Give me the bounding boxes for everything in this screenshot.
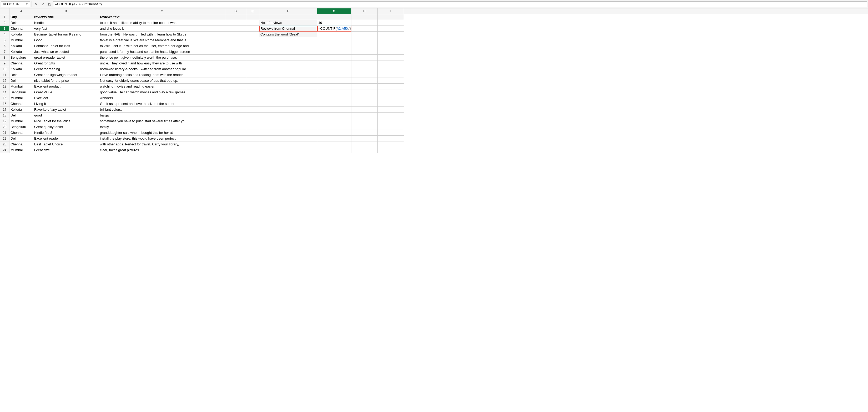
cell-F1[interactable] bbox=[259, 14, 317, 20]
name-box[interactable]: VLOOKUP ▼ bbox=[1, 1, 30, 7]
cell-B7[interactable]: Just what we expected bbox=[33, 49, 99, 55]
cell-G12[interactable] bbox=[317, 78, 351, 84]
cell-A7[interactable]: Kolkata bbox=[9, 49, 33, 55]
row-number[interactable]: 16 bbox=[0, 101, 9, 107]
cell-H10[interactable] bbox=[351, 66, 378, 72]
cell-C7[interactable]: purchased it for my husband so that he h… bbox=[99, 49, 225, 55]
cell-E7[interactable] bbox=[246, 49, 259, 55]
cancel-button[interactable]: ✕ bbox=[33, 1, 39, 7]
cell-C4[interactable]: from the NABI. He was thrilled with it, … bbox=[99, 32, 225, 37]
cell-F23[interactable] bbox=[259, 141, 317, 147]
row-number[interactable]: 1 bbox=[0, 14, 9, 20]
cell-F19[interactable] bbox=[259, 118, 317, 124]
cell-F12[interactable] bbox=[259, 78, 317, 84]
cell-C8[interactable]: the price point given, definitely worth … bbox=[99, 55, 225, 61]
cell-F7[interactable] bbox=[259, 49, 317, 55]
row-number[interactable]: 22 bbox=[0, 136, 9, 141]
formula-input[interactable] bbox=[53, 1, 867, 7]
cell-I20[interactable] bbox=[378, 124, 404, 130]
cell-B18[interactable]: good bbox=[33, 113, 99, 118]
cell-B15[interactable]: Excellect bbox=[33, 95, 99, 101]
cell-A12[interactable]: Delhi bbox=[9, 78, 33, 84]
cell-B4[interactable]: Beginner tablet for our 9 year c bbox=[33, 32, 99, 37]
col-header-h[interactable]: H bbox=[351, 8, 378, 14]
cell-B16[interactable]: Living It bbox=[33, 101, 99, 107]
cell-G14[interactable] bbox=[317, 89, 351, 95]
cell-A18[interactable]: Delhi bbox=[9, 113, 33, 118]
cell-A14[interactable]: Bengaluru bbox=[9, 89, 33, 95]
cell-I1[interactable] bbox=[378, 14, 404, 20]
cell-C20[interactable]: family bbox=[99, 124, 225, 130]
cell-I15[interactable] bbox=[378, 95, 404, 101]
cell-D13[interactable] bbox=[225, 84, 246, 89]
cell-E22[interactable] bbox=[246, 136, 259, 141]
cell-I8[interactable] bbox=[378, 55, 404, 61]
cell-I12[interactable] bbox=[378, 78, 404, 84]
cell-I14[interactable] bbox=[378, 89, 404, 95]
row-number[interactable]: 8 bbox=[0, 55, 9, 61]
cell-F4[interactable]: Contains the word 'Great' bbox=[259, 32, 317, 37]
cell-I24[interactable] bbox=[378, 147, 404, 153]
cell-D1[interactable] bbox=[225, 14, 246, 20]
row-number[interactable]: 2 bbox=[0, 20, 9, 26]
row-number[interactable]: 6 bbox=[0, 43, 9, 49]
cell-F10[interactable] bbox=[259, 66, 317, 72]
cell-F15[interactable] bbox=[259, 95, 317, 101]
cell-E20[interactable] bbox=[246, 124, 259, 130]
cell-E1[interactable] bbox=[246, 14, 259, 20]
cell-G18[interactable] bbox=[317, 113, 351, 118]
cell-E11[interactable] bbox=[246, 72, 259, 78]
cell-I16[interactable] bbox=[378, 101, 404, 107]
cell-C13[interactable]: watching movies and reading easier. bbox=[99, 84, 225, 89]
cell-C12[interactable]: Not easy for elderly users cease of ads … bbox=[99, 78, 225, 84]
cell-G1[interactable] bbox=[317, 14, 351, 20]
cell-H23[interactable] bbox=[351, 141, 378, 147]
cell-E13[interactable] bbox=[246, 84, 259, 89]
col-header-e[interactable]: E bbox=[246, 8, 259, 14]
cell-C23[interactable]: with other apps. Perfect for travel. Car… bbox=[99, 141, 225, 147]
cell-A1[interactable]: City bbox=[9, 14, 33, 20]
cell-I17[interactable] bbox=[378, 107, 404, 113]
cell-H1[interactable] bbox=[351, 14, 378, 20]
cell-F18[interactable] bbox=[259, 113, 317, 118]
cell-D11[interactable] bbox=[225, 72, 246, 78]
cell-E3[interactable] bbox=[246, 26, 259, 32]
cell-C14[interactable]: good value. He can watch movies and play… bbox=[99, 89, 225, 95]
cell-G3[interactable]: =COUNTIF(A2:A50,"Chennai") bbox=[317, 26, 351, 32]
row-number[interactable]: 19 bbox=[0, 118, 9, 124]
row-number[interactable]: 7 bbox=[0, 49, 9, 55]
row-number[interactable]: 4 bbox=[0, 32, 9, 37]
cell-H4[interactable] bbox=[351, 32, 378, 37]
cell-H11[interactable] bbox=[351, 72, 378, 78]
col-header-b[interactable]: B bbox=[33, 8, 99, 14]
cell-G24[interactable] bbox=[317, 147, 351, 153]
cell-E14[interactable] bbox=[246, 89, 259, 95]
cell-E8[interactable] bbox=[246, 55, 259, 61]
cell-A9[interactable]: Chennai bbox=[9, 61, 33, 66]
cell-I13[interactable] bbox=[378, 84, 404, 89]
row-number[interactable]: 21 bbox=[0, 130, 9, 136]
cell-H13[interactable] bbox=[351, 84, 378, 89]
cell-E15[interactable] bbox=[246, 95, 259, 101]
col-header-d[interactable]: D bbox=[225, 8, 246, 14]
cell-A20[interactable]: Bengaluru bbox=[9, 124, 33, 130]
cell-C15[interactable]: wonders bbox=[99, 95, 225, 101]
cell-A16[interactable]: Chennai bbox=[9, 101, 33, 107]
cell-E17[interactable] bbox=[246, 107, 259, 113]
cell-G16[interactable] bbox=[317, 101, 351, 107]
cell-H2[interactable] bbox=[351, 20, 378, 26]
cell-F17[interactable] bbox=[259, 107, 317, 113]
cell-G17[interactable] bbox=[317, 107, 351, 113]
cell-C24[interactable]: clear, takes great pictures bbox=[99, 147, 225, 153]
row-number[interactable]: 23 bbox=[0, 141, 9, 147]
cell-I21[interactable] bbox=[378, 130, 404, 136]
cell-B21[interactable]: Kindle fire 8 bbox=[33, 130, 99, 136]
cell-B22[interactable]: Excellent reader bbox=[33, 136, 99, 141]
cell-A19[interactable]: Mumbai bbox=[9, 118, 33, 124]
cell-B8[interactable]: great e-reader tablet bbox=[33, 55, 99, 61]
cell-E19[interactable] bbox=[246, 118, 259, 124]
cell-D18[interactable] bbox=[225, 113, 246, 118]
cell-A24[interactable]: Mumbai bbox=[9, 147, 33, 153]
row-number[interactable]: 24 bbox=[0, 147, 9, 153]
cell-I19[interactable] bbox=[378, 118, 404, 124]
